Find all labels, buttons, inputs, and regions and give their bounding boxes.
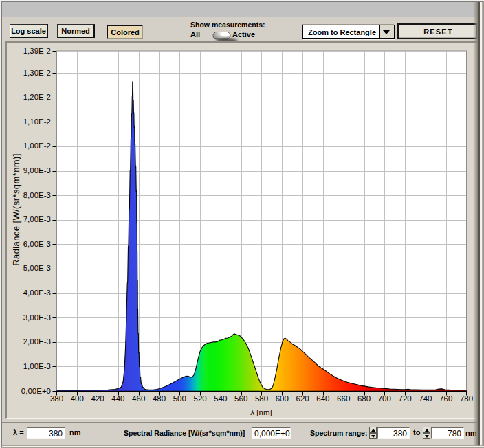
svg-text:Radiance [W/(sr*sqm*nm)]: Radiance [W/(sr*sqm*nm)] — [11, 153, 21, 265]
svg-text:600: 600 — [276, 394, 289, 403]
svg-text:460: 460 — [132, 394, 145, 403]
svg-text:1,39E-2: 1,39E-2 — [23, 47, 51, 55]
svg-text:740: 740 — [419, 394, 432, 403]
svg-text:8,00E-3: 8,00E-3 — [23, 191, 51, 199]
svg-text:7,00E-3: 7,00E-3 — [23, 215, 51, 223]
svg-text:1,20E-2: 1,20E-2 — [23, 93, 51, 101]
svg-text:580: 580 — [255, 394, 268, 403]
svg-text:3,00E-3: 3,00E-3 — [23, 313, 51, 322]
svg-text:400: 400 — [71, 394, 84, 403]
svg-text:6,00E-3: 6,00E-3 — [23, 240, 51, 248]
svg-text:760: 760 — [439, 394, 452, 403]
svg-text:540: 540 — [214, 394, 227, 403]
svg-text:1,30E-2: 1,30E-2 — [23, 69, 51, 77]
svg-text:720: 720 — [399, 394, 412, 403]
svg-text:5,00E-3: 5,00E-3 — [23, 264, 51, 272]
svg-text:420: 420 — [91, 394, 104, 403]
svg-text:500: 500 — [173, 394, 186, 403]
svg-text:380: 380 — [50, 394, 63, 403]
svg-text:780: 780 — [460, 394, 473, 403]
svg-text:560: 560 — [234, 394, 248, 403]
svg-text:0,00E+0: 0,00E+0 — [21, 387, 51, 395]
svg-text:440: 440 — [111, 394, 124, 403]
svg-text:2,00E-3: 2,00E-3 — [23, 337, 51, 346]
svg-text:1,10E-2: 1,10E-2 — [23, 117, 51, 126]
svg-text:480: 480 — [153, 394, 166, 403]
svg-text:700: 700 — [378, 394, 391, 403]
svg-text:1,00E-2: 1,00E-2 — [23, 142, 51, 150]
svg-text:λ [nm]: λ [nm] — [250, 408, 272, 416]
svg-text:4,00E-3: 4,00E-3 — [23, 289, 51, 297]
svg-text:520: 520 — [194, 394, 207, 403]
svg-text:1,00E-3: 1,00E-3 — [23, 362, 51, 370]
svg-text:9,00E-3: 9,00E-3 — [23, 166, 51, 175]
svg-text:640: 640 — [316, 394, 329, 403]
svg-text:660: 660 — [337, 394, 350, 403]
svg-text:680: 680 — [358, 394, 371, 403]
svg-text:620: 620 — [296, 394, 309, 403]
